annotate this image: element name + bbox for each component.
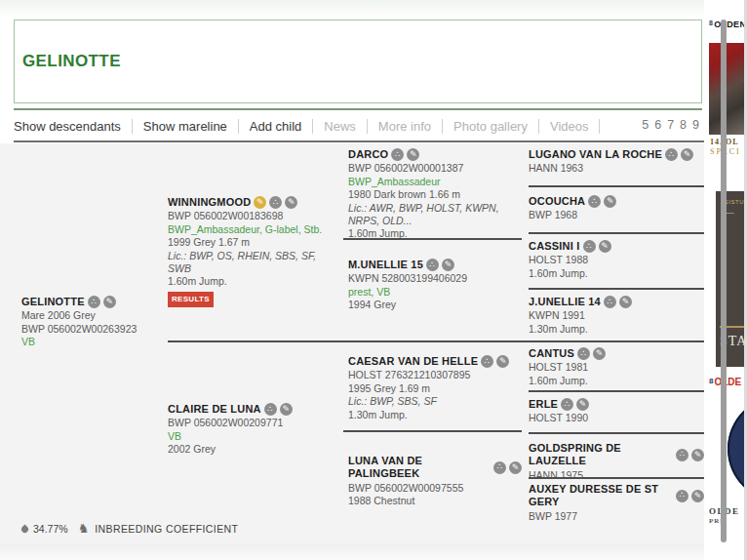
progeny-icon[interactable]	[588, 195, 601, 208]
ad-banner-horse-image[interactable]	[709, 43, 747, 135]
horse-name[interactable]: CASSINI I	[529, 240, 580, 253]
pedigree-line-caesar	[343, 430, 522, 432]
header-underline	[14, 108, 702, 110]
edit-icon[interactable]	[103, 296, 116, 308]
horse-registration: HANN 1963	[529, 162, 704, 175]
menu-item-news[interactable]: News	[313, 119, 368, 134]
edit-icon[interactable]	[599, 240, 611, 253]
pedigree-cell-luna-van-de-palingbeek: LUNA VAN DE PALINGBEEK BWP 056002W000975…	[348, 455, 522, 508]
progeny-icon[interactable]	[583, 240, 596, 253]
horse-info: 1994 Grey	[348, 299, 522, 311]
menu-item-add-child[interactable]: Add child	[239, 119, 313, 134]
generation-9[interactable]: 9	[689, 118, 702, 132]
horse-registration: HOLST 1990	[529, 412, 704, 424]
studbook-link[interactable]: BWP_Ambassadeur	[348, 176, 522, 188]
horse-info: 1995 Grey 1.69 m	[348, 382, 522, 395]
gold-edit-icon[interactable]	[254, 196, 266, 209]
horse-registration: BWP 1977	[529, 510, 704, 523]
edit-icon[interactable]	[593, 347, 606, 360]
progeny-icon[interactable]	[481, 355, 493, 368]
results-badge[interactable]: RESULTS	[168, 292, 214, 307]
jump-level: 1.60m Jump.	[529, 375, 704, 387]
horse-name[interactable]: ERLE	[529, 398, 558, 411]
progeny-icon[interactable]	[264, 403, 277, 416]
progeny-icon[interactable]	[676, 449, 688, 461]
edit-icon[interactable]	[509, 461, 522, 474]
studbook-link[interactable]: VB	[21, 336, 163, 348]
license-line: Lic.: BWP, SBS, SF	[348, 395, 522, 408]
studbook-link[interactable]: prest, VB	[348, 286, 522, 299]
progeny-icon[interactable]	[269, 196, 282, 209]
edit-icon[interactable]	[407, 148, 419, 161]
horse-name[interactable]: GELINOTTE	[21, 296, 85, 308]
pedigree-line-ocoucha	[529, 232, 704, 234]
horse-name[interactable]: CAESAR VAN DE HELLE	[348, 355, 478, 368]
horse-name[interactable]: DARCO	[348, 148, 388, 161]
pedigree-cell-ocoucha: OCOUCHA BWP 1968	[529, 195, 704, 222]
edit-icon[interactable]	[442, 259, 454, 271]
horse-registration: BWP 056002W00001387	[348, 162, 522, 175]
inbreeding-row: 34.77% ♞ INBREEDING COEFFICIENT	[21, 523, 238, 535]
progeny-icon[interactable]	[426, 259, 439, 271]
pedigree-cell-cantus: CANTUS HOLST 1981 1.60m Jump.	[529, 347, 704, 387]
edit-icon[interactable]	[691, 449, 704, 461]
menu-item-show-mareline[interactable]: Show mareline	[133, 119, 239, 134]
pedigree-cell-lugano-van-la-roche: LUGANO VAN LA ROCHE HANN 1963	[529, 148, 704, 176]
horse-registration: BWP 056002W00263923	[21, 323, 163, 336]
horse-name[interactable]: GOLDSPRING DE LAUZELLE	[529, 442, 673, 468]
progeny-icon[interactable]	[665, 148, 678, 161]
pedigree-cell-cassini-i: CASSINI I HOLST 1988 1.60m Jump.	[529, 240, 704, 280]
jump-level: 1.60m Jump.	[168, 275, 341, 288]
horse-name[interactable]: LUGANO VAN LA ROCHE	[529, 148, 662, 161]
edit-icon[interactable]	[280, 403, 293, 416]
progeny-icon[interactable]	[577, 347, 590, 360]
horse-registration: HOLST 1988	[529, 254, 704, 266]
page-top-tint	[0, 0, 722, 18]
menu-item-videos[interactable]: Videos	[539, 119, 601, 134]
menu-bar: Show descendants Show mareline Add child…	[14, 113, 704, 139]
menu-item-show-descendants[interactable]: Show descendants	[14, 119, 133, 134]
edit-icon[interactable]	[285, 196, 297, 209]
generation-selector: 56789	[639, 118, 702, 132]
pedigree-cell-caesar-van-de-helle: CAESAR VAN DE HELLE HOLST 27632121030789…	[348, 355, 522, 421]
edit-icon[interactable]	[691, 490, 704, 502]
generation-5[interactable]: 5	[639, 118, 651, 132]
horse-registration: BWP 056002W00183698	[168, 210, 341, 222]
horse-name[interactable]: CLAIRE DE LUNA	[168, 403, 261, 416]
progeny-icon[interactable]	[391, 148, 404, 161]
edit-icon[interactable]	[619, 296, 632, 308]
oldenburg-crest-icon: 8	[709, 20, 713, 26]
horse-name[interactable]: LUNA VAN DE PALINGBEEK	[348, 455, 491, 481]
generation-6[interactable]: 6	[651, 118, 664, 132]
horse-name[interactable]: AUXEY DURESSE DE ST GERY	[529, 483, 673, 509]
horse-info: 1999 Grey 1.67 m	[168, 236, 341, 249]
edit-icon[interactable]	[496, 355, 509, 368]
studbook-link[interactable]: VB	[168, 430, 341, 443]
pedigree-cell-darco: DARCO BWP 056002W00001387 BWP_Ambassadeu…	[348, 148, 522, 241]
inbreeding-value: 34.77%	[33, 523, 68, 535]
horse-name[interactable]: CANTUS	[529, 347, 574, 360]
menu-item-more-info[interactable]: More info	[368, 119, 443, 134]
horse-name[interactable]: M.UNELLIE 15	[348, 259, 423, 271]
progeny-icon[interactable]	[88, 296, 100, 308]
horse-name[interactable]: OCOUCHA	[529, 195, 585, 208]
progeny-icon[interactable]	[561, 398, 573, 411]
menu-item-photo-gallery[interactable]: Photo gallery	[443, 119, 539, 134]
progeny-icon[interactable]	[493, 461, 506, 474]
generation-7[interactable]: 7	[664, 118, 677, 132]
vertical-scrollbar[interactable]	[721, 20, 727, 542]
horse-name[interactable]: WINNINGMOOD	[168, 196, 251, 209]
horse-name[interactable]: J.UNELLIE 14	[529, 296, 601, 308]
page-title: GELINOTTE	[22, 52, 121, 71]
edit-icon[interactable]	[604, 195, 616, 208]
ad-top-logo[interactable]: 8OLDEN	[709, 20, 746, 29]
blood-drop-icon	[20, 524, 30, 534]
pedigree-table: GELINOTTE Mare 2006 Grey BWP 056002W0026…	[0, 143, 712, 544]
edit-icon[interactable]	[681, 148, 693, 161]
progeny-icon[interactable]	[676, 490, 688, 502]
studbook-link[interactable]: BWP_Ambassadeur, G-label, Stb.	[168, 223, 341, 236]
progeny-icon[interactable]	[604, 296, 616, 308]
edit-icon[interactable]	[576, 398, 589, 411]
generation-8[interactable]: 8	[677, 118, 689, 132]
horse-info: 1988 Chestnut	[348, 495, 522, 507]
